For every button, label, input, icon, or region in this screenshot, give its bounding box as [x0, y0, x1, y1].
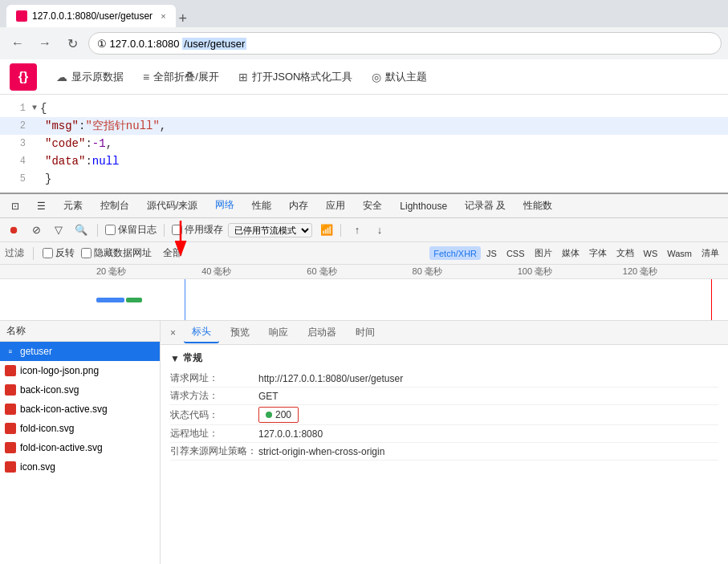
row-request-method: 请求方法： GET — [170, 387, 718, 405]
devtools-tab-sources[interactable]: 源代码/来源 — [139, 193, 205, 219]
filter-media[interactable]: 媒体 — [558, 246, 584, 260]
devtools-tab-memory[interactable]: 内存 — [281, 193, 316, 219]
status-highlight: 200 — [258, 407, 299, 423]
divider3 — [340, 224, 341, 237]
file-icon-back — [5, 384, 16, 396]
row-remote-address: 远程地址： 127.0.0.1:8080 — [170, 425, 718, 443]
devtools-tab-perfmon[interactable]: 性能数 — [515, 193, 560, 219]
new-tab-button[interactable]: + — [176, 10, 191, 27]
filter-button[interactable]: ▽ — [50, 221, 67, 239]
filter-wasm[interactable]: Wasm — [663, 246, 696, 260]
json-line-1: 1 ▼ { — [0, 99, 728, 117]
browser-nav-bar: ← → ↻ ① 127.0.0.1:8080/user/getuser — [0, 27, 728, 59]
devtools-tab-elements[interactable]: 元素 — [55, 193, 91, 219]
preserve-log-label: 保留日志 — [118, 223, 157, 237]
cloud-icon: ☁ — [56, 71, 67, 83]
tab-close-button[interactable]: × — [161, 11, 165, 21]
filter-img[interactable]: 图片 — [531, 246, 556, 260]
row-val-status-code: 200 — [258, 407, 299, 423]
upload-button[interactable]: ↑ — [348, 221, 366, 239]
row-val-referrer-policy: strict-origin-when-cross-origin — [258, 446, 384, 457]
divider1 — [97, 224, 98, 237]
row-val-request-method: GET — [258, 391, 279, 402]
disable-cache-label: 停用缓存 — [185, 223, 223, 237]
file-name-fold-icon-active: fold-icon-active.svg — [20, 442, 103, 453]
open-json-tool-button[interactable]: ⊞ 打开JSON格式化工具 — [238, 70, 353, 84]
collapse-arrow[interactable]: ▼ — [32, 99, 37, 117]
detail-tab-response[interactable]: 响应 — [261, 323, 296, 343]
hide-data-urls-checkbox[interactable]: 隐藏数据网址 — [81, 246, 152, 260]
file-item-getuser[interactable]: ≡ getuser — [0, 342, 160, 361]
filter-ws[interactable]: WS — [640, 246, 662, 260]
url-path: /user/getuser — [182, 38, 246, 50]
devtools-tab-icon2[interactable]: ☰ — [29, 193, 54, 219]
devtools-tab-security[interactable]: 安全 — [355, 193, 390, 219]
row-key-remote-address: 远程地址： — [170, 427, 258, 440]
back-button[interactable]: ← — [6, 32, 29, 55]
detail-tab-headers[interactable]: 标头 — [184, 322, 219, 343]
active-tab[interactable]: 127.0.0.1:8080/user/getuser × — [6, 5, 176, 27]
detail-content: ▼ 常规 请求网址： http://127.0.0.1:8080/user/ge… — [161, 345, 728, 564]
file-item-back-icon[interactable]: back-icon.svg — [0, 380, 160, 400]
preserve-log-input[interactable] — [105, 225, 116, 235]
address-bar[interactable]: ① 127.0.0.1:8080/user/getuser — [88, 32, 722, 55]
section-collapse-icon[interactable]: ▼ — [170, 353, 180, 364]
file-name-fold-icon: fold-icon.svg — [20, 423, 74, 434]
filter-types: Fetch/XHR JS CSS 图片 媒体 字体 文档 WS Wasm 清单 — [429, 246, 723, 260]
json-toolbar: {} ☁ 显示原数据 ≡ 全部折叠/展开 ⊞ 打开JSON格式化工具 ◎ 默认主… — [0, 59, 728, 95]
json-line-4: 4 "data" : null — [0, 152, 728, 170]
devtools-tab-lighthouse[interactable]: Lighthouse — [392, 193, 455, 219]
refresh-button[interactable]: ↻ — [61, 32, 83, 55]
section-title-general: ▼ 常规 — [170, 351, 718, 365]
devtools-tab-network[interactable]: 网络 — [207, 193, 242, 219]
fold-all-button[interactable]: ≡ 全部折叠/展开 — [143, 70, 219, 84]
invert-input[interactable] — [43, 248, 53, 258]
devtools-tab-performance[interactable]: 性能 — [244, 193, 279, 219]
filter-js[interactable]: JS — [482, 246, 501, 260]
invert-checkbox[interactable]: 反转 — [43, 246, 75, 260]
detail-tab-timing[interactable]: 时间 — [348, 323, 383, 343]
detail-tab-preview[interactable]: 预览 — [222, 323, 258, 343]
download-button[interactable]: ↓ — [371, 221, 388, 239]
file-item-icon-svg[interactable]: icon.svg — [0, 457, 160, 477]
show-raw-button[interactable]: ☁ 显示原数据 — [56, 70, 124, 84]
filter-manifest[interactable]: 清单 — [697, 246, 723, 260]
filter-doc[interactable]: 文档 — [612, 246, 638, 260]
file-icon-fold — [5, 423, 16, 434]
devtools-tabs: ⊡ ☰ 元素 控制台 源代码/来源 网络 性能 内存 应用 安全 Lightho… — [0, 193, 728, 218]
row-key-request-url: 请求网址： — [170, 371, 258, 385]
all-filter-button[interactable]: 全部 — [158, 245, 187, 262]
open-tool-icon: ⊞ — [238, 71, 248, 83]
devtools-tab-console[interactable]: 控制台 — [92, 193, 137, 219]
preserve-log-checkbox[interactable]: 保留日志 — [105, 223, 157, 237]
filter-font[interactable]: 字体 — [585, 246, 611, 260]
timeline-blue-vline — [185, 279, 185, 320]
record-button[interactable]: ⏺ — [5, 221, 22, 239]
search-button[interactable]: 🔍 — [72, 221, 90, 239]
detail-close-button[interactable]: × — [165, 326, 181, 340]
filter-fetch-xhr[interactable]: Fetch/XHR — [429, 246, 481, 260]
file-item-back-icon-active[interactable]: back-icon-active.svg — [0, 400, 160, 419]
default-theme-button[interactable]: ◎ 默认主题 — [372, 70, 427, 84]
row-referrer-policy: 引荐来源网址策略： strict-origin-when-cross-origi… — [170, 443, 718, 461]
file-item-fold-icon-active[interactable]: fold-icon-active.svg — [0, 438, 160, 457]
forward-button[interactable]: → — [34, 32, 56, 55]
disable-cache-input[interactable] — [172, 225, 182, 235]
tab-area: 127.0.0.1:8080/user/getuser × + — [6, 0, 190, 27]
file-item-fold-icon[interactable]: fold-icon.svg — [0, 419, 160, 438]
ruler-mark-100: 100 毫秒 — [518, 266, 623, 278]
devtools-tab-recorder[interactable]: 记录器 及 — [457, 193, 514, 219]
file-list-header: 名称 — [0, 321, 160, 342]
stop-button[interactable]: ⊘ — [27, 221, 45, 239]
disable-cache-checkbox[interactable]: 停用缓存 — [172, 223, 223, 237]
file-item-icon-logo[interactable]: icon-logo-json.png — [0, 361, 160, 380]
network-filter: 过滤 反转 隐藏数据网址 全部 Fetch/XHR JS CSS 图片 媒体 字… — [0, 242, 728, 265]
devtools-tab-icon1[interactable]: ⊡ — [3, 193, 27, 219]
devtools-controls: ⏺ ⊘ ▽ 🔍 保留日志 停用缓存 已停用节流模式 📶 ↑ ↓ — [0, 218, 728, 242]
throttle-select[interactable]: 已停用节流模式 — [228, 223, 312, 237]
section-title-text: 常规 — [183, 351, 202, 365]
filter-css[interactable]: CSS — [502, 246, 529, 260]
hide-data-urls-input[interactable] — [81, 248, 92, 258]
devtools-tab-application[interactable]: 应用 — [318, 193, 353, 219]
detail-tab-initiator[interactable]: 启动器 — [299, 323, 344, 343]
